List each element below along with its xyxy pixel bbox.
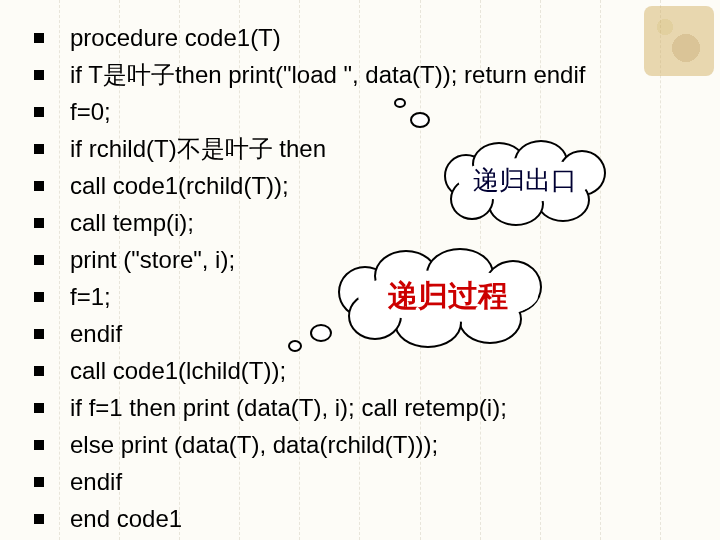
bullet-icon <box>34 477 44 487</box>
callout-recursion-exit: 递归出口 <box>450 150 600 210</box>
bullet-icon <box>34 33 44 43</box>
bullet-icon <box>34 329 44 339</box>
code-line: procedure code1(T) <box>70 20 710 56</box>
bullet-icon <box>34 440 44 450</box>
code-line: endif <box>70 464 710 500</box>
bullet-icon <box>34 403 44 413</box>
bullet-icon <box>34 107 44 117</box>
bullet-icon <box>34 514 44 524</box>
callout-tail-icon <box>410 112 430 128</box>
callout-tail-icon <box>288 340 302 352</box>
code-line: else print (data(T), data(rchild(T))); <box>70 427 710 463</box>
code-line: call code1(lchild(T)); <box>70 353 710 389</box>
code-line: if T是叶子then print("load ", data(T)); ret… <box>70 57 710 93</box>
bullet-icon <box>34 366 44 376</box>
bullet-icon <box>34 181 44 191</box>
code-line: end code1 <box>70 501 710 537</box>
bullet-icon <box>34 218 44 228</box>
callout-tail-icon <box>310 324 332 342</box>
code-line: call code1(rchild(T)); <box>70 168 710 204</box>
code-line: if rchild(T)不是叶子 then <box>70 131 710 167</box>
callout-label: 递归过程 <box>358 270 538 322</box>
callout-tail-icon <box>394 98 406 108</box>
bullet-icon <box>34 255 44 265</box>
callout-recursion-process: 递归过程 <box>348 260 548 332</box>
bullet-icon <box>34 144 44 154</box>
callout-label: 递归出口 <box>458 158 592 202</box>
code-line: if f=1 then print (data(T), i); call ret… <box>70 390 710 426</box>
bullet-icon <box>34 292 44 302</box>
code-line: f=0; <box>70 94 710 130</box>
code-line: call temp(i); <box>70 205 710 241</box>
bullet-icon <box>34 70 44 80</box>
